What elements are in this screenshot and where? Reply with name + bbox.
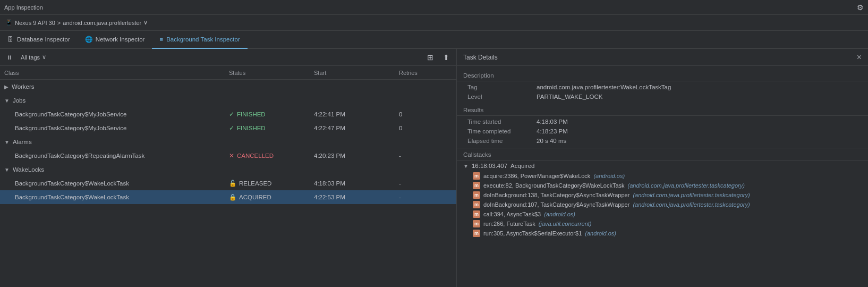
wake-retries-1: - bbox=[399, 180, 452, 187]
call-package: (android.os) bbox=[544, 211, 575, 217]
level-value: PARTIAL_WAKE_LOCK bbox=[537, 94, 602, 100]
call-method: execute:82, BackgroundTaskCategory$WakeL… bbox=[483, 182, 625, 189]
details-body: Description Tag android.com.java.profile… bbox=[457, 66, 868, 287]
alarm-start-1: 4:20:23 PM bbox=[314, 153, 399, 159]
wakelocks-label: WakeLocks bbox=[13, 166, 44, 173]
table-view-btn[interactable]: ⊞ bbox=[424, 52, 436, 63]
main-area: ⏸ All tags ∨ ⊞ ⬆ Class Status Start Retr… bbox=[0, 49, 868, 287]
col-class: Class bbox=[4, 70, 229, 76]
export-icon: ⬆ bbox=[443, 53, 449, 62]
callstack-item: m acquire:2386, PowerManager$WakeLock (a… bbox=[457, 171, 868, 181]
col-start: Start bbox=[314, 70, 399, 76]
job-class-2: BackgroundTaskCategory$MyJobService bbox=[4, 125, 229, 131]
col-status: Status bbox=[229, 70, 314, 76]
all-tags-label: All tags bbox=[21, 54, 40, 61]
title-bar-label: App Inspection bbox=[4, 4, 43, 11]
tags-chevron-icon: ∨ bbox=[42, 54, 46, 61]
tag-row: Tag android.com.java.profilertester:Wake… bbox=[457, 82, 868, 92]
task-details-close-button[interactable]: × bbox=[857, 53, 862, 62]
tab-database[interactable]: 🗄 Database Inspector bbox=[0, 31, 78, 49]
time-started-label: Time started bbox=[467, 119, 537, 125]
device-chevron[interactable]: ∨ bbox=[143, 19, 148, 26]
job-retries-2: 0 bbox=[399, 125, 452, 131]
section-alarms[interactable]: ▼ Alarms bbox=[0, 135, 456, 149]
wake-class-1: BackgroundTaskCategory$WakeLockTask bbox=[4, 180, 229, 187]
network-icon: 🌐 bbox=[85, 36, 92, 43]
method-icon: m bbox=[473, 220, 480, 227]
wake-start-1: 4:18:03 PM bbox=[314, 180, 399, 187]
lock-icon-2: 🔒 bbox=[229, 193, 236, 201]
method-icon: m bbox=[473, 191, 480, 199]
time-completed-row: Time completed 4:18:23 PM bbox=[457, 126, 868, 136]
callstack-item: m doInBackground:107, TaskCategory$Async… bbox=[457, 200, 868, 209]
table-row[interactable]: BackgroundTaskCategory$MyJobService ✓ FI… bbox=[0, 107, 456, 121]
wake-status-2: ACQUIRED bbox=[239, 194, 271, 200]
jobs-arrow: ▼ bbox=[4, 98, 10, 104]
callstack-group-header[interactable]: ▼ 16:18:03.407 Acquired bbox=[457, 161, 868, 171]
call-method: doInBackground:138, TaskCategory$AsyncTa… bbox=[483, 192, 629, 198]
pause-btn[interactable]: ⏸ bbox=[4, 53, 14, 62]
table-row[interactable]: BackgroundTaskCategory$MyJobService ✓ FI… bbox=[0, 121, 456, 135]
job-start-2: 4:22:47 PM bbox=[314, 125, 399, 131]
call-method: run:266, FutureTask bbox=[483, 221, 535, 227]
left-panel: ⏸ All tags ∨ ⊞ ⬆ Class Status Start Retr… bbox=[0, 49, 457, 287]
tab-background[interactable]: ≡ Background Task Inspector bbox=[152, 31, 247, 49]
section-workers[interactable]: ▶ Workers bbox=[0, 80, 456, 94]
callstack-item: m run:305, AsyncTask$SerialExecutor$1 (a… bbox=[457, 229, 868, 238]
lock-icon-1: 🔓 bbox=[229, 180, 236, 187]
section-wakelocks[interactable]: ▼ WakeLocks bbox=[0, 163, 456, 176]
results-title: Results bbox=[457, 105, 868, 116]
package-name: android.com.java.profilertester bbox=[63, 20, 141, 26]
method-icon: m bbox=[473, 210, 480, 218]
cancelled-x: ✕ bbox=[229, 152, 234, 159]
table-header: Class Status Start Retries bbox=[0, 66, 456, 80]
call-method: acquire:2386, PowerManager$WakeLock bbox=[483, 173, 590, 179]
task-details-header: Task Details × bbox=[457, 49, 868, 66]
call-package: (android.com.java.profilertester.taskcat… bbox=[633, 201, 750, 208]
finished-check-2: ✓ bbox=[229, 124, 234, 132]
time-started-row: Time started 4:18:03 PM bbox=[457, 117, 868, 126]
device-separator: > bbox=[57, 20, 61, 26]
settings-icon[interactable]: ⚙ bbox=[857, 3, 864, 12]
workers-label: Workers bbox=[12, 83, 35, 90]
export-btn[interactable]: ⬆ bbox=[440, 52, 452, 63]
table-row[interactable]: BackgroundTaskCategory$RepeatingAlarmTas… bbox=[0, 149, 456, 163]
title-bar: App Inspection ⚙ bbox=[0, 0, 868, 15]
wakelocks-arrow: ▼ bbox=[4, 167, 10, 173]
elapsed-time-row: Elapsed time 20 s 40 ms bbox=[457, 136, 868, 146]
time-completed-value: 4:18:23 PM bbox=[537, 128, 568, 134]
callstacks-title: Callstacks bbox=[457, 148, 868, 161]
section-jobs[interactable]: ▼ Jobs bbox=[0, 94, 456, 107]
level-label: Level bbox=[467, 94, 537, 100]
callstack-arrow: ▼ bbox=[463, 163, 469, 169]
database-icon: 🗄 bbox=[7, 36, 14, 43]
tag-value: android.com.java.profilertester:WakeLock… bbox=[537, 84, 671, 90]
wake-status-1: RELEASED bbox=[239, 180, 271, 187]
tab-network[interactable]: 🌐 Network Inspector bbox=[78, 31, 152, 49]
level-row: Level PARTIAL_WAKE_LOCK bbox=[457, 92, 868, 102]
time-started-value: 4:18:03 PM bbox=[537, 119, 568, 125]
tag-label: Tag bbox=[467, 84, 537, 90]
table-row[interactable]: BackgroundTaskCategory$WakeLockTask 🔓 RE… bbox=[0, 176, 456, 190]
jobs-label: Jobs bbox=[13, 97, 25, 104]
wake-retries-2: - bbox=[399, 194, 452, 200]
wake-class-2: BackgroundTaskCategory$WakeLockTask bbox=[4, 194, 229, 200]
callstack-item: m call:394, AsyncTask$3 (android.os) bbox=[457, 209, 868, 219]
all-tags-btn[interactable]: All tags ∨ bbox=[19, 53, 48, 62]
time-completed-label: Time completed bbox=[467, 128, 537, 134]
finished-check-1: ✓ bbox=[229, 111, 234, 118]
callstack-label: Acquired bbox=[510, 163, 534, 169]
table-body: ▶ Workers ▼ Jobs BackgroundTaskCategory$… bbox=[0, 80, 456, 287]
task-details-title: Task Details bbox=[463, 54, 498, 61]
method-icon: m bbox=[473, 182, 480, 189]
elapsed-time-value: 20 s 40 ms bbox=[537, 138, 566, 144]
callstack-item: m doInBackground:138, TaskCategory$Async… bbox=[457, 190, 868, 200]
tab-background-label: Background Task Inspector bbox=[166, 36, 240, 43]
call-package: (android.os) bbox=[593, 173, 625, 179]
call-method: run:305, AsyncTask$SerialExecutor$1 bbox=[483, 230, 582, 237]
table-icon: ⊞ bbox=[427, 53, 433, 62]
alarms-arrow: ▼ bbox=[4, 139, 10, 145]
table-row[interactable]: BackgroundTaskCategory$WakeLockTask 🔒 AC… bbox=[0, 190, 456, 204]
callstack-item: m run:266, FutureTask (java.util.concurr… bbox=[457, 219, 868, 229]
alarm-status-1: CANCELLED bbox=[237, 153, 274, 159]
